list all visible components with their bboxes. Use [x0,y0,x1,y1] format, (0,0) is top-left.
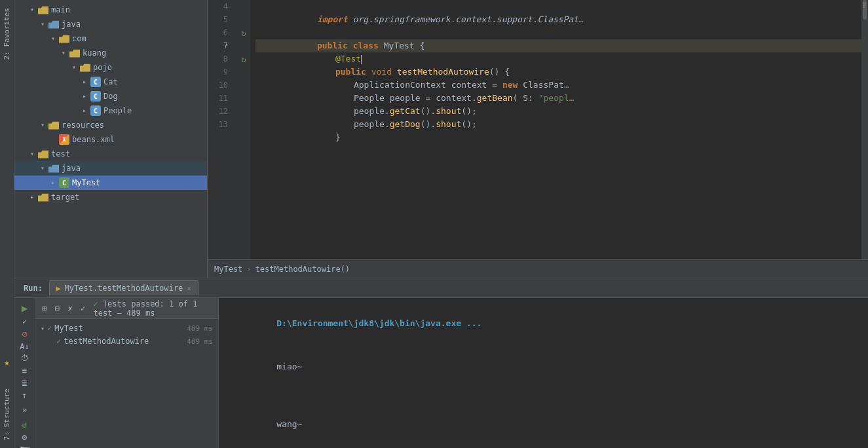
folder-icon-main [38,6,48,14]
editor-panel: 4 5 6 7 8 9 10 11 12 13 ↻ [208,0,868,278]
run-tab-icon: ▶ [56,284,61,293]
tree-item-people[interactable]: C People [14,103,207,118]
stop-button[interactable]: ⊘ [17,329,33,339]
chevron-test-java [38,164,47,173]
folder-icon-target [38,193,48,202]
suite-time: 489 ms [187,324,213,333]
chevron-main [28,5,37,14]
code-editor[interactable]: import org.springframework.context.suppo… [250,0,861,259]
settings-button[interactable]: ⚙ [17,432,33,442]
gutter: ↻ ↻ [237,0,250,259]
chevron-cat [80,77,89,86]
breadcrumb-class[interactable]: MyTest [214,265,242,274]
test-status: ✓ Tests passed: 1 of 1 test – 489 ms [93,299,214,318]
xml-file-icon: X [59,134,69,145]
code-line-6: public class MyTest { [255,26,861,39]
code-line-4: import org.springframework.context.suppo… [255,0,861,13]
folder-icon-resources [48,121,59,130]
folder-icon-test-java [48,164,59,173]
tree-item-dog[interactable]: C Dog [14,89,207,103]
favorites-tab[interactable]: 2: Favorites [1,3,13,65]
tree-item-beans-xml[interactable]: X beans.xml [14,132,207,147]
sort-alpha-button[interactable]: A↓ [17,342,33,351]
breadcrumb-method[interactable]: testMethodAutowire() [255,265,350,274]
run-class-icon[interactable]: ↻ [237,26,250,39]
minimap [861,1,868,10]
line-numbers: 4 5 6 7 8 9 10 11 12 13 [208,0,237,259]
test-case-method[interactable]: ✓ testMethodAutowire 489 ms [35,335,218,348]
tree-item-target[interactable]: target [14,190,207,204]
class-icon-people: C [90,105,101,116]
tree-item-java[interactable]: java [14,17,207,31]
star-icon: ★ [4,357,9,367]
tree-item-pojo[interactable]: pojo [14,60,207,75]
chevron-pojo [69,63,79,72]
tree-item-com[interactable]: com [14,31,207,46]
test-case-time: 489 ms [187,337,213,346]
run-tab-close[interactable]: × [187,284,191,293]
folder-icon-java [48,20,59,29]
chevron-test [28,149,37,159]
tree-item-test-java[interactable]: java [14,161,207,176]
up-button[interactable]: ↑ [17,390,33,400]
chevron-com [48,34,58,43]
console-line-4: wang~ [225,403,861,446]
filter-failed-btn[interactable]: ✗ [65,301,75,316]
run-label: Run: [20,284,47,293]
folder-icon-pojo [80,64,90,72]
class-icon-mytest: C [59,177,69,188]
run-toolbar: ▶ ✓ ⊘ A↓ ⏱ ≡ ≣ ↑ » ↺ ⚙ 📷 [14,298,35,448]
test-suite-mytest[interactable]: ▾ ✓ MyTest 489 ms [35,322,218,335]
chevron-mytest [48,178,58,187]
test-check-icon: ✓ [56,337,61,346]
console-line-1: D:\Environment\jdk8\jdk\bin\java.exe ... [225,302,861,345]
file-tree: main java com kuang [14,0,208,278]
tree-item-cat[interactable]: C Cat [14,75,207,89]
chevron-resources [38,121,47,130]
console-line-3 [225,388,861,403]
class-icon-dog: C [90,91,101,102]
expand-all-btn[interactable]: ⊞ [39,301,50,316]
class-icon-cat: C [90,77,101,87]
folder-icon-test [38,150,48,159]
sort-dur-button[interactable]: ⏱ [17,354,33,363]
run-tab-mytest[interactable]: ▶ MyTest.testMethodAutowire × [49,280,198,295]
run-panel: Run: ▶ MyTest.testMethodAutowire × ▶ ✓ ⊘… [14,278,868,448]
collapse-all-btn[interactable]: ⊟ [52,301,63,316]
group-button[interactable]: ≡ [17,365,33,375]
folder-icon-com [59,35,69,43]
console-output: D:\Environment\jdk8\jdk\bin\java.exe ...… [219,298,868,448]
breadcrumb-bar: MyTest › testMethodAutowire() [208,259,868,278]
test-results-panel: ⊞ ⊟ ✗ ✓ ✓ Tests passed: 1 of 1 test – 48… [35,298,219,448]
tree-item-resources[interactable]: resources [14,118,207,132]
more-button[interactable]: » [17,405,33,415]
console-line-2: miao~ [225,345,861,388]
camera-button[interactable]: 📷 [17,445,33,448]
suite-check-icon: ✓ [47,324,52,333]
run-method-icon[interactable]: ↻ [237,52,250,65]
suite-label: MyTest [54,324,83,333]
editor-scrollbar[interactable] [861,0,868,259]
chevron-target [28,193,37,202]
rerun-button[interactable]: ↺ [17,420,33,430]
chevron-dog [80,92,89,101]
filter-passed-btn[interactable]: ✓ [78,301,88,316]
check-button[interactable]: ✓ [17,317,33,326]
test-list: ▾ ✓ MyTest 489 ms ✓ testMethodAutowire 4… [35,319,218,350]
tree-item-main[interactable]: main [14,3,207,17]
chevron-java [38,20,47,29]
test-toolbar: ⊞ ⊟ ✗ ✓ ✓ Tests passed: 1 of 1 test – 48… [35,298,218,319]
tree-item-test[interactable]: test [14,147,207,161]
play-button[interactable]: ▶ [17,302,33,314]
run-tab-label: MyTest.testMethodAutowire [65,284,183,293]
structure-tab[interactable]: 7: Structure [1,383,13,445]
chevron-people [80,106,89,115]
test-case-label: testMethodAutowire [64,337,149,346]
chevron-kuang [59,48,68,58]
ungroup-button[interactable]: ≣ [17,378,33,388]
run-tabs: Run: ▶ MyTest.testMethodAutowire × [14,278,868,298]
tree-item-mytest[interactable]: C MyTest [14,176,207,190]
tree-item-kuang[interactable]: kuang [14,46,207,60]
suite-chevron: ▾ [41,325,45,332]
folder-icon-kuang [69,49,80,58]
